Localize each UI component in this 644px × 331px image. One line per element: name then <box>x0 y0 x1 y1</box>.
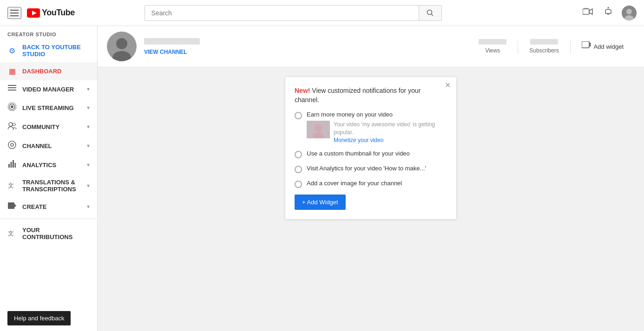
translations-icon: 文 <box>7 181 17 190</box>
popup-title-text: View customized notifications for your c… <box>295 87 421 104</box>
create-icon <box>7 202 17 211</box>
sidebar-section-title: CREATOR STUDIO <box>0 26 97 39</box>
notif-item-3: Visit Analytics for your video 'How to m… <box>295 165 447 173</box>
notifications-button[interactable] <box>602 5 614 20</box>
main-content: VIEW CHANNEL Views Subscribers <box>98 26 644 331</box>
sidebar-item-translations[interactable]: 文 TRANSLATIONS & TRANSCRIPTIONS ▾ <box>0 174 97 197</box>
svg-marker-28 <box>14 204 16 208</box>
subscribers-stat: Subscribers <box>518 39 570 54</box>
notif-content-4: Add a cover image for your channel <box>307 180 447 187</box>
notif-item-4: Add a cover image for your channel <box>295 180 447 188</box>
channel-avatar <box>107 32 137 61</box>
notif-sub-text: Your video 'my awesome video' is getting… <box>334 121 447 143</box>
popup-title: New! View customized notifications for y… <box>295 86 447 104</box>
add-widget-header-button[interactable]: Add widget <box>571 41 635 52</box>
notif-thumbnail <box>307 121 330 138</box>
new-badge: New! <box>295 87 310 94</box>
notification-popup: ✕ New! View customized notifications for… <box>285 77 457 220</box>
sidebar-item-community[interactable]: COMMUNITY ▾ <box>0 117 97 136</box>
avatar-image <box>622 6 637 20</box>
camera-icon <box>583 8 593 15</box>
widget-icon <box>582 41 591 50</box>
sidebar-item-analytics[interactable]: ANALYTICS ▾ <box>0 156 97 174</box>
sidebar-item-label-live: LIVE STREAMING <box>22 104 81 111</box>
sidebar-item-video-manager[interactable]: VIDEO MANAGER ▾ <box>0 80 97 98</box>
svg-point-19 <box>13 123 15 126</box>
youtube-icon <box>27 8 40 18</box>
monetize-link[interactable]: Monetize your video <box>334 137 383 143</box>
search-input[interactable] <box>145 6 419 20</box>
analytics-icon <box>7 160 17 169</box>
chevron-down-icon: ▾ <box>87 203 90 210</box>
help-feedback-button[interactable]: Help and feedback <box>7 311 71 325</box>
notif-text-3: Visit Analytics for your video 'How to m… <box>307 165 447 172</box>
notif-content-1: Earn more money on your video Your <box>307 111 447 143</box>
contributions-icon: 文 <box>7 229 17 238</box>
notif-text-2: Use a custom thumbnail for your video <box>307 150 447 157</box>
svg-point-2 <box>427 10 432 14</box>
live-streaming-icon <box>7 103 17 113</box>
svg-point-38 <box>315 124 322 132</box>
sidebar-item-label-video-manager: VIDEO MANAGER <box>22 86 81 93</box>
views-value <box>479 39 506 45</box>
svg-point-20 <box>8 141 16 149</box>
svg-point-18 <box>9 123 13 126</box>
nav-right <box>581 5 637 20</box>
svg-rect-4 <box>583 9 589 14</box>
add-widget-popup-button[interactable]: + Add Widget <box>295 195 346 210</box>
sidebar-item-live-streaming[interactable]: LIVE STREAMING ▾ <box>0 98 97 117</box>
sidebar-item-create[interactable]: CREATE ▾ <box>0 197 97 216</box>
video-thumbnail <box>307 121 330 138</box>
search-icon <box>427 9 434 17</box>
hamburger-menu[interactable] <box>7 7 21 19</box>
sidebar-item-label-create: CREATE <box>22 203 81 210</box>
nav-left: YouTube <box>7 7 75 19</box>
youtube-logo[interactable]: YouTube <box>27 8 75 18</box>
views-stat: Views <box>467 39 518 54</box>
views-label: Views <box>479 47 506 54</box>
sidebar-item-contributions[interactable]: 文 YOUR CONTRIBUTIONS <box>0 222 97 245</box>
chevron-down-icon: ▾ <box>87 182 90 189</box>
notif-radio-4[interactable] <box>295 181 302 188</box>
view-channel-link[interactable]: VIEW CHANNEL <box>144 49 187 55</box>
svg-rect-23 <box>11 162 12 168</box>
sidebar-item-label-back: BACK TO YOUTUBE STUDIO <box>22 44 90 58</box>
popup-close-button[interactable]: ✕ <box>445 82 451 89</box>
bell-icon <box>604 7 612 16</box>
svg-rect-12 <box>8 85 16 86</box>
sidebar-item-label-dashboard: DASHBOARD <box>22 68 90 75</box>
svg-marker-5 <box>589 9 592 14</box>
notif-radio-1[interactable] <box>295 112 302 119</box>
svg-text:文: 文 <box>8 230 14 236</box>
svg-rect-27 <box>8 202 14 209</box>
chevron-down-icon: ▾ <box>87 143 90 149</box>
user-avatar[interactable] <box>622 6 637 20</box>
sidebar-divider <box>0 219 97 219</box>
sidebar-item-label-analytics: ANALYTICS <box>22 162 81 169</box>
sidebar-item-back[interactable]: ⚙ BACK TO YOUTUBE STUDIO <box>0 39 97 62</box>
create-video-button[interactable] <box>581 6 595 19</box>
search-button[interactable] <box>419 6 441 20</box>
sidebar-item-channel[interactable]: CHANNEL ▾ <box>0 136 97 156</box>
chevron-down-icon: ▾ <box>87 123 90 130</box>
svg-rect-14 <box>8 90 16 91</box>
channel-name-placeholder <box>144 38 200 45</box>
chevron-down-icon: ▾ <box>87 104 90 111</box>
sidebar-item-label-channel: CHANNEL <box>22 143 81 149</box>
subscribers-value <box>530 39 558 45</box>
notif-content-2: Use a custom thumbnail for your video <box>307 150 447 157</box>
notif-content-3: Visit Analytics for your video 'How to m… <box>307 165 447 172</box>
svg-point-31 <box>116 38 127 49</box>
community-icon <box>7 122 17 131</box>
gear-icon: ⚙ <box>7 46 17 55</box>
svg-line-3 <box>431 14 433 16</box>
sidebar-item-dashboard[interactable]: ▦ DASHBOARD <box>0 62 97 80</box>
notif-radio-2[interactable] <box>295 151 302 158</box>
notif-radio-3[interactable] <box>295 166 302 173</box>
top-navigation: YouTube <box>0 0 644 26</box>
channel-icon <box>7 141 17 151</box>
notif-item-2: Use a custom thumbnail for your video <box>295 150 447 158</box>
sidebar-item-label-contributions: YOUR CONTRIBUTIONS <box>22 227 90 240</box>
notif-sub-1: Your video 'my awesome video' is getting… <box>307 121 447 143</box>
notif-desc: Your video 'my awesome video' is getting… <box>334 121 447 136</box>
